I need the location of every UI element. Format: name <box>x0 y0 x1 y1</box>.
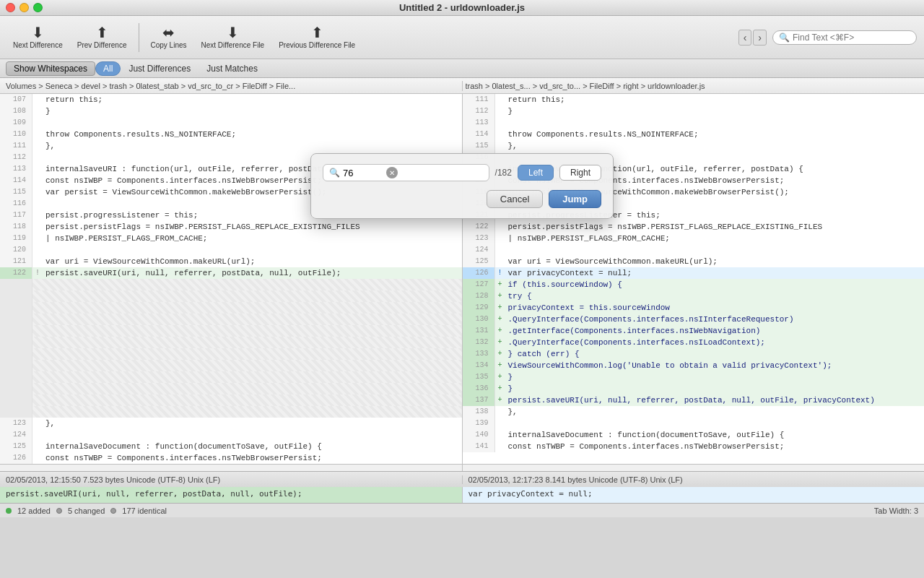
right-line-content-27: }, <box>505 406 925 418</box>
breadcrumb-bar: Volumes > Seneca > devel > trash > 0late… <box>0 78 924 94</box>
left-line-num-27 <box>0 406 32 418</box>
right-line-29: 140 internalSaveDocument : function(docu… <box>463 429 925 441</box>
dialog-left-button[interactable]: Left <box>518 165 554 181</box>
left-line-content-28: }, <box>43 418 462 429</box>
find-text-box[interactable]: 🔍 <box>772 30 917 45</box>
left-line-marker-28 <box>32 418 43 429</box>
right-line-marker-13 <box>495 244 505 256</box>
left-line-num-1: 108 <box>0 105 32 117</box>
right-line-24: 135+ } <box>463 371 925 383</box>
breadcrumb-left-text: Volumes > Seneca > devel > trash > 0late… <box>6 82 274 90</box>
right-line-num-28: 139 <box>463 418 495 429</box>
right-line-num-4: 115 <box>463 140 495 152</box>
right-line-23: 134+ ViewSourceWithCommon.log('Unable to… <box>463 360 925 371</box>
left-line-num-12: 119 <box>0 233 32 244</box>
right-line-content-23: ViewSourceWithCommon.log('Unable to obta… <box>505 360 925 371</box>
close-button[interactable] <box>6 3 15 12</box>
left-line-num-14: 121 <box>0 256 32 267</box>
left-line-content-22 <box>43 348 462 360</box>
status-left: 02/05/2013, 12:15:50 7.523 bytes Unicode… <box>0 475 463 484</box>
right-pane[interactable]: 111 return this;112 }113114 throw Compon… <box>463 94 925 464</box>
right-line-num-29: 140 <box>463 429 495 441</box>
dialog-search-input[interactable] <box>343 168 386 178</box>
find-text-input[interactable] <box>793 33 901 43</box>
left-line-marker-24 <box>32 371 43 383</box>
right-line-num-20: 131 <box>463 325 495 337</box>
right-line-num-13: 124 <box>463 244 495 256</box>
left-line-num-24 <box>0 371 32 383</box>
right-line-marker-0 <box>495 94 505 105</box>
right-line-2: 113 <box>463 117 925 129</box>
right-line-num-25: 136 <box>463 383 495 394</box>
copy-lines-button[interactable]: ⬌ Copy Lines <box>145 22 193 53</box>
left-line-marker-2 <box>32 117 43 129</box>
right-line-25: 136+ } <box>463 383 925 394</box>
status-right-le-val: Unix (LF) <box>650 475 682 484</box>
right-line-content-19: .QueryInterface(Components.interfaces.ns… <box>505 314 925 325</box>
left-line-content-26 <box>43 394 462 406</box>
left-line-num-31: 126 <box>0 452 32 464</box>
just-differences-button[interactable]: Just Differences <box>121 61 199 76</box>
next-diff-file-button[interactable]: ⬇ Next Difference File <box>196 22 271 53</box>
nav-forward-button[interactable]: › <box>753 30 767 46</box>
left-line-29: 124 <box>0 429 462 441</box>
right-line-marker-1 <box>495 105 505 117</box>
left-line-21 <box>0 337 462 348</box>
left-line-24 <box>0 371 462 383</box>
status-left-date: 02/05/2013, 12:15:50 <box>6 475 81 484</box>
left-line-17 <box>0 290 462 302</box>
dialog-jump-button[interactable]: Jump <box>549 190 601 208</box>
toolbar: ⬇ Next Difference ⬆ Prev Difference ⬌ Co… <box>0 16 924 59</box>
right-line-marker-11 <box>495 221 505 233</box>
right-line-17: 128+ try { <box>463 290 925 302</box>
left-line-22 <box>0 348 462 360</box>
right-line-marker-2 <box>495 117 505 129</box>
minimize-button[interactable] <box>19 3 29 12</box>
right-line-num-21: 132 <box>463 337 495 348</box>
next-diff-file-label: Next Difference File <box>201 41 265 50</box>
traffic-lights[interactable] <box>6 3 43 12</box>
right-line-1: 112 } <box>463 105 925 117</box>
dialog-search-icon: 🔍 <box>329 168 340 178</box>
left-line-marker-26 <box>32 394 43 406</box>
show-whitespaces-button[interactable]: Show Whitespaces <box>6 61 95 76</box>
next-difference-button[interactable]: ⬇ Next Difference <box>7 22 69 53</box>
all-button[interactable]: All <box>95 61 121 76</box>
left-line-15: 122! persist.saveURI(uri, null, referrer… <box>0 267 462 279</box>
search-icon: 🔍 <box>779 33 790 43</box>
nav-buttons[interactable]: ‹ › <box>738 30 767 46</box>
right-line-content-2 <box>505 117 925 129</box>
maximize-button[interactable] <box>33 3 43 12</box>
breadcrumb-left-file: File... <box>276 82 295 90</box>
left-line-marker-20 <box>32 325 43 337</box>
right-line-11: 122 persist.persistFlags = nsIWBP.PERSIS… <box>463 221 925 233</box>
right-line-marker-14 <box>495 256 505 267</box>
dialog-search-input-wrap[interactable]: 🔍 ✕ <box>323 164 489 181</box>
right-line-21: 132+ .QueryInterface(Components.interfac… <box>463 337 925 348</box>
left-line-marker-5 <box>32 152 43 163</box>
dialog-clear-button[interactable]: ✕ <box>386 167 398 178</box>
right-line-18: 129+ privacyContext = this.sourceWindow <box>463 302 925 314</box>
status-left-le-val: Unix (LF) <box>188 475 220 484</box>
left-line-num-28: 123 <box>0 418 32 429</box>
right-line-num-27: 138 <box>463 406 495 418</box>
tab-width: Tab Width: 3 <box>874 506 918 515</box>
left-line-23 <box>0 360 462 371</box>
left-line-3: 110 throw Components.results.NS_NOINTERF… <box>0 129 462 140</box>
dialog-cancel-button[interactable]: Cancel <box>487 190 543 208</box>
prev-diff-file-button[interactable]: ⬆ Previous Difference File <box>273 22 361 53</box>
prev-difference-button[interactable]: ⬆ Prev Difference <box>71 22 133 53</box>
status-left-size-val: 7.523 bytes <box>83 475 124 484</box>
diff-scrollbar[interactable] <box>0 464 924 471</box>
left-pane[interactable]: 107 return this;108 }109110 throw Compon… <box>0 94 463 464</box>
left-line-content-25 <box>43 383 462 394</box>
just-matches-button[interactable]: Just Matches <box>199 61 266 76</box>
left-line-2: 109 <box>0 117 462 129</box>
right-line-num-12: 123 <box>463 233 495 244</box>
right-line-15: 126! var privacyContext = null; <box>463 267 925 279</box>
left-line-content-17 <box>43 290 462 302</box>
dialog-right-button[interactable]: Right <box>559 165 601 181</box>
jump-dialog[interactable]: 🔍 ✕ /182 Left Right Cancel Jump <box>310 153 614 219</box>
nav-back-button[interactable]: ‹ <box>738 30 752 46</box>
left-line-marker-17 <box>32 290 43 302</box>
